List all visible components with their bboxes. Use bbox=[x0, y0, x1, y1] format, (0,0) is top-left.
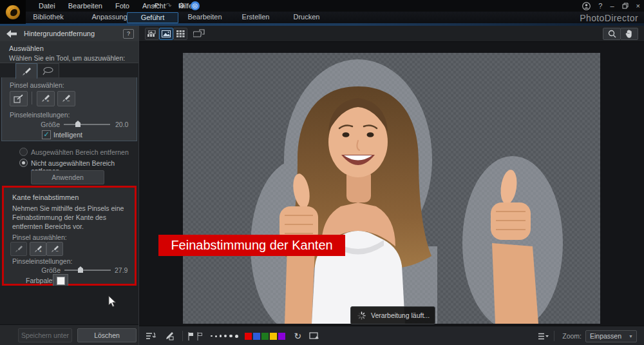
refine-subtract-brush-button[interactable]: − bbox=[46, 242, 63, 256]
draw-pen-icon[interactable] bbox=[164, 332, 175, 340]
brush-tool-settings: Pinsel auswählen: + − Pinseleinstellunge… bbox=[1, 77, 137, 141]
remove-selected-label: Ausgewählten Bereich entfernen bbox=[31, 148, 129, 156]
flag-outline-icon[interactable] bbox=[197, 332, 203, 340]
select-instruction: Wählen Sie ein Tool, um auszuwählen: bbox=[9, 54, 125, 62]
refine-add-brush-button[interactable]: + bbox=[30, 242, 46, 256]
refine-size-value: 27.9 bbox=[115, 266, 128, 274]
svg-text:−: − bbox=[67, 98, 70, 103]
app-brand: PhotoDirector bbox=[580, 13, 638, 23]
tab-gefuehrt[interactable]: Geführt bbox=[127, 12, 178, 23]
svg-text:+: + bbox=[46, 98, 50, 103]
tab-bibliothek[interactable]: Bibliothek bbox=[19, 12, 77, 22]
panel-title: Hintergrundentfernung bbox=[24, 30, 95, 37]
history-icon[interactable] bbox=[146, 332, 156, 340]
back-arrow-icon[interactable] bbox=[6, 30, 17, 38]
remove-selected-radio[interactable] bbox=[19, 148, 28, 156]
color-swatches bbox=[245, 333, 285, 340]
size-slider[interactable] bbox=[64, 124, 110, 125]
view-browser-icon[interactable] bbox=[145, 28, 159, 40]
tab-erstellen[interactable]: Erstellen bbox=[233, 12, 278, 22]
cloud-badge-icon[interactable]: ◎ bbox=[191, 1, 200, 10]
svg-text:+: + bbox=[39, 248, 41, 253]
intelligent-checkbox[interactable]: ✓ bbox=[42, 130, 51, 139]
size-label: Größe bbox=[39, 121, 60, 128]
save-as-button[interactable]: Speichern unter bbox=[18, 328, 72, 342]
spinner-icon bbox=[357, 311, 366, 320]
help-button[interactable]: ? bbox=[598, 0, 602, 12]
refine-description: Nehmen Sie mithilfe des Pinsels eine Fei… bbox=[12, 204, 127, 232]
flag-filled-icon[interactable] bbox=[188, 332, 194, 340]
redo-icon[interactable]: ↷ bbox=[166, 0, 172, 12]
account-icon[interactable] bbox=[582, 2, 591, 10]
apply-button[interactable]: Anwenden bbox=[31, 170, 104, 184]
background-removal-panel: Hintergrundentfernung ? Auswählen Wählen… bbox=[0, 26, 138, 345]
refine-brush-settings-label: Pinseleinstellungen: bbox=[12, 257, 72, 265]
swatch-yellow[interactable] bbox=[270, 333, 277, 340]
panel-footer: Speichern unter Löschen bbox=[0, 324, 138, 345]
refine-brush-select-label: Pinsel auswählen: bbox=[12, 233, 67, 241]
restore-button[interactable] bbox=[622, 3, 629, 9]
size-value: 20.0 bbox=[115, 121, 128, 128]
menu-datei[interactable]: Datei bbox=[32, 0, 62, 12]
subject-photo bbox=[183, 53, 600, 324]
refine-edge-section: Kante feinabstimmen Nehmen Sie mithilfe … bbox=[2, 186, 137, 286]
processing-toast: Verarbeitung läuft... bbox=[350, 306, 435, 324]
photo-canvas[interactable] bbox=[183, 53, 600, 324]
panel-header: Hintergrundentfernung ? bbox=[0, 26, 138, 41]
mouse-cursor bbox=[108, 295, 117, 308]
refine-heading: Kante feinabstimmen bbox=[12, 193, 79, 201]
view-grid-icon[interactable] bbox=[173, 28, 187, 40]
crop-note-icon[interactable] bbox=[309, 332, 319, 340]
viewer-toolbar bbox=[139, 26, 644, 42]
chevron-down-icon: ▼ bbox=[629, 334, 633, 339]
brush-size-dots[interactable] bbox=[211, 335, 238, 338]
intelligent-label: Intelligent bbox=[53, 131, 82, 139]
palette-swatch-button[interactable] bbox=[53, 274, 68, 287]
zoom-label: Zoom: bbox=[562, 332, 582, 340]
compare-rotate-icon[interactable] bbox=[193, 29, 205, 38]
viewer-bottom-toolbar: ↻ Zoom: Einpassen ▼ bbox=[139, 326, 644, 345]
refine-size-label: Größe bbox=[40, 266, 61, 274]
tab-drucken[interactable]: Drucken bbox=[284, 12, 329, 22]
reset-icon[interactable]: ↻ bbox=[294, 331, 302, 341]
zoom-value: Einpassen bbox=[590, 332, 629, 340]
tab-bearbeiten[interactable]: Bearbeiten bbox=[182, 12, 227, 22]
swatch-green[interactable] bbox=[261, 333, 269, 340]
remove-unselected-radio[interactable] bbox=[19, 159, 28, 167]
lasso-tool-tab[interactable] bbox=[37, 63, 59, 79]
delete-button[interactable]: Löschen bbox=[77, 328, 137, 342]
settings-gear-icon[interactable]: ⚙ bbox=[178, 0, 185, 12]
svg-text:−: − bbox=[55, 248, 58, 253]
refine-size-slider[interactable] bbox=[64, 270, 111, 271]
window-controls: ? – × bbox=[582, 0, 640, 12]
pan-hand-button[interactable] bbox=[620, 28, 638, 40]
size-slider-handle[interactable] bbox=[75, 121, 80, 127]
cyberlink-logo-icon bbox=[6, 5, 20, 19]
menu-foto[interactable]: Foto bbox=[109, 0, 136, 12]
swatch-blue[interactable] bbox=[253, 333, 260, 340]
view-single-icon[interactable] bbox=[159, 28, 173, 40]
refine-brush-button[interactable] bbox=[10, 242, 27, 256]
swatch-purple[interactable] bbox=[278, 333, 285, 340]
swatch-red[interactable] bbox=[245, 333, 252, 340]
app-logo bbox=[0, 0, 26, 24]
panel-help-icon[interactable]: ? bbox=[123, 29, 134, 39]
menu-bearbeiten[interactable]: Bearbeiten bbox=[62, 0, 109, 12]
zoom-tool-button[interactable] bbox=[603, 28, 621, 40]
toast-text: Verarbeitung läuft... bbox=[371, 311, 430, 319]
minimize-button[interactable]: – bbox=[610, 0, 614, 12]
magic-select-brush-button[interactable] bbox=[10, 91, 28, 106]
add-brush-button[interactable]: + bbox=[37, 91, 55, 106]
zoom-dropdown[interactable]: Einpassen ▼ bbox=[585, 330, 637, 342]
main-viewer: Feinabstimmung der Kanten Verarbeitung l… bbox=[138, 26, 644, 345]
brush-settings-label: Pinseleinstellungen: bbox=[10, 111, 70, 119]
brush-select-label: Pinsel auswählen: bbox=[10, 81, 64, 89]
select-heading: Auswählen bbox=[9, 44, 44, 52]
close-button[interactable]: × bbox=[636, 0, 640, 12]
brush-tool-tab[interactable] bbox=[15, 63, 37, 79]
subtract-brush-button[interactable]: − bbox=[57, 91, 75, 106]
quick-actions: ↶ ↷ ⚙ ◎ bbox=[153, 0, 200, 12]
refine-size-slider-handle[interactable] bbox=[78, 266, 83, 273]
list-options-icon[interactable] bbox=[538, 333, 549, 340]
undo-icon[interactable]: ↶ bbox=[153, 0, 160, 12]
